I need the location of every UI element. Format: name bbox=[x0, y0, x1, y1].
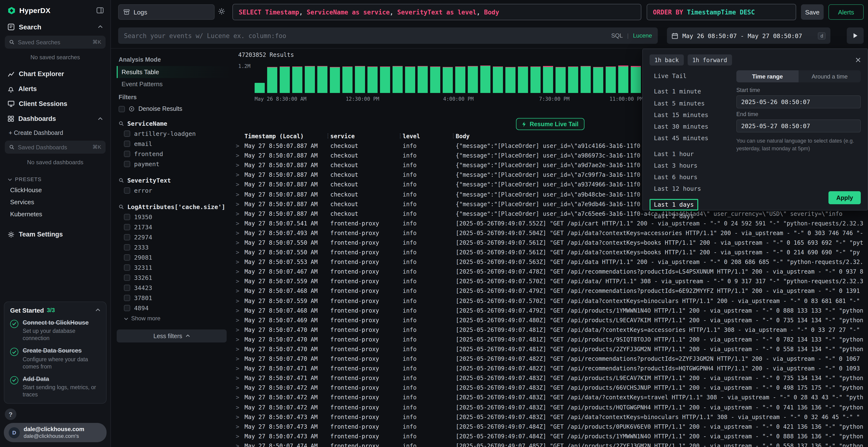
log-table-row[interactable]: >May 27 8:50:07.553 AMfrontend-proxyinfo… bbox=[232, 257, 868, 267]
checkbox[interactable] bbox=[124, 151, 130, 157]
expand-row-chevron[interactable]: > bbox=[236, 443, 245, 447]
expand-row-chevron[interactable]: > bbox=[236, 414, 245, 420]
checkbox[interactable] bbox=[124, 254, 130, 261]
filter-checkbox-item[interactable]: 34423 bbox=[111, 283, 232, 293]
histogram-bar[interactable] bbox=[305, 66, 315, 93]
time-option[interactable]: Live Tail bbox=[650, 70, 691, 82]
saved-dashboards-input[interactable]: Saved Dashboards ⌘K bbox=[5, 141, 105, 153]
log-table-row[interactable]: >May 27 8:50:07.470 AMfrontend-proxyinfo… bbox=[232, 354, 868, 364]
source-settings-gear-icon[interactable] bbox=[218, 8, 225, 15]
create-dashboard-button[interactable]: + Create Dashboard bbox=[0, 126, 111, 141]
time-option[interactable]: Last 12 hours bbox=[650, 183, 706, 195]
log-table-row[interactable]: >May 27 8:50:07.474 AMfrontend-proxyinfo… bbox=[232, 441, 868, 447]
histogram-bar[interactable] bbox=[405, 66, 415, 93]
close-icon[interactable] bbox=[856, 57, 861, 63]
expand-row-chevron[interactable]: > bbox=[236, 201, 245, 207]
histogram-bar[interactable] bbox=[505, 67, 516, 93]
expand-row-chevron[interactable]: > bbox=[236, 152, 245, 159]
log-table-row[interactable]: >May 27 8:50:07.468 AMfrontend-proxyinfo… bbox=[232, 286, 868, 296]
expand-row-chevron[interactable]: > bbox=[236, 298, 245, 304]
mode-results-table[interactable]: Results Table bbox=[117, 66, 232, 78]
log-table-row[interactable]: >May 27 8:50:07.472 AMfrontend-proxyinfo… bbox=[232, 383, 868, 393]
histogram-bar[interactable] bbox=[556, 67, 566, 93]
run-query-button[interactable] bbox=[847, 28, 864, 44]
apply-button[interactable]: Apply bbox=[829, 191, 861, 204]
lucene-mode-toggle[interactable]: Lucene bbox=[633, 32, 652, 39]
expand-row-chevron[interactable]: > bbox=[236, 172, 245, 178]
expand-row-chevron[interactable]: > bbox=[236, 365, 245, 372]
shift-1h-forward-button[interactable]: 1h forward bbox=[687, 55, 732, 66]
time-option[interactable]: Last 5 minutes bbox=[650, 98, 709, 109]
log-table-row[interactable]: >May 27 8:50:07.471 AMfrontend-proxyinfo… bbox=[232, 364, 868, 373]
expand-row-chevron[interactable]: > bbox=[236, 259, 245, 265]
expand-row-chevron[interactable]: > bbox=[236, 404, 245, 411]
histogram-bar[interactable] bbox=[267, 67, 277, 93]
checkbox[interactable] bbox=[124, 234, 130, 240]
preset-item-clickhouse[interactable]: ClickHouse bbox=[0, 184, 111, 196]
log-table-row[interactable]: >May 27 8:50:07.550 AMfrontend-proxyinfo… bbox=[232, 248, 868, 257]
expand-row-chevron[interactable]: > bbox=[236, 220, 245, 227]
expand-row-chevron[interactable]: > bbox=[236, 433, 245, 440]
histogram-bar[interactable] bbox=[417, 66, 428, 93]
header-timestamp[interactable]: Timestamp (Local) bbox=[245, 133, 330, 140]
histogram-bar[interactable] bbox=[280, 66, 290, 93]
alerts-button[interactable]: Alerts bbox=[829, 4, 864, 20]
show-more-button[interactable]: Show more bbox=[111, 313, 232, 323]
mode-event-patterns[interactable]: Event Patterns bbox=[117, 78, 232, 90]
time-option[interactable]: Last 1 minute bbox=[650, 86, 706, 98]
source-select[interactable]: Logs bbox=[118, 4, 215, 20]
histogram-bar[interactable] bbox=[380, 67, 390, 93]
histogram-bar[interactable] bbox=[355, 66, 365, 93]
time-option[interactable]: Last 15 minutes bbox=[650, 109, 713, 121]
filter-checkbox-item[interactable]: artillery-loadgen bbox=[111, 129, 232, 139]
start-time-input[interactable]: 2025-05-26 08:50:07 bbox=[736, 95, 861, 108]
save-button[interactable]: Save bbox=[801, 4, 824, 20]
log-table-row[interactable]: >May 27 8:50:07.472 AMfrontend-proxyinfo… bbox=[232, 403, 868, 412]
time-option[interactable]: Last 30 minutes bbox=[650, 121, 713, 133]
filter-checkbox-item[interactable]: 21734 bbox=[111, 222, 232, 232]
histogram-bar[interactable] bbox=[530, 67, 540, 93]
sidebar-item-alerts[interactable]: Alerts bbox=[0, 81, 111, 96]
expand-row-chevron[interactable]: > bbox=[236, 355, 245, 362]
filter-checkbox-item[interactable]: 32311 bbox=[111, 263, 232, 273]
expand-row-chevron[interactable]: > bbox=[236, 269, 245, 275]
expand-row-chevron[interactable]: > bbox=[236, 143, 245, 149]
expand-row-chevron[interactable]: > bbox=[236, 210, 245, 217]
histogram-bar[interactable] bbox=[618, 66, 628, 93]
histogram-bar[interactable] bbox=[468, 66, 478, 93]
expand-row-chevron[interactable]: > bbox=[236, 346, 245, 353]
histogram-bar[interactable] bbox=[581, 66, 591, 93]
histogram-bar[interactable] bbox=[292, 67, 302, 93]
log-table-row[interactable]: >May 27 8:50:07.470 AMfrontend-proxyinfo… bbox=[232, 344, 868, 354]
sidebar-item-search[interactable]: Search bbox=[0, 20, 111, 36]
filter-checkbox-item[interactable]: 29081 bbox=[111, 252, 232, 263]
checkbox[interactable] bbox=[124, 131, 130, 137]
log-table-row[interactable]: >May 27 8:50:07.469 AMfrontend-proxyinfo… bbox=[232, 315, 868, 325]
log-table-row[interactable]: >May 27 8:50:07.559 AMfrontend-proxyinfo… bbox=[232, 296, 868, 306]
end-time-input[interactable]: 2025-05-27 08:50:07 bbox=[736, 119, 861, 133]
sidebar-item-dashboards[interactable]: Dashboards bbox=[0, 111, 111, 126]
expand-row-chevron[interactable]: > bbox=[236, 239, 245, 246]
get-started-step[interactable]: Add Data Start sending logs, metrics, or… bbox=[10, 375, 100, 398]
user-menu[interactable]: D dale@clickhouse.com dale@clickhouse.co… bbox=[4, 423, 106, 442]
checkbox[interactable] bbox=[124, 305, 130, 311]
sql-mode-toggle[interactable]: SQL bbox=[611, 32, 623, 39]
get-started-header[interactable]: Get Started 3/3 bbox=[10, 307, 100, 314]
log-table-row[interactable]: >May 27 8:50:07.470 AMfrontend-proxyinfo… bbox=[232, 335, 868, 344]
checkbox[interactable] bbox=[124, 187, 130, 194]
histogram-bar[interactable] bbox=[342, 66, 352, 93]
log-table-row[interactable]: >May 27 8:50:07.473 AMfrontend-proxyinfo… bbox=[232, 432, 868, 441]
log-table-row[interactable]: >May 27 8:50:07.559 AMfrontend-proxyinfo… bbox=[232, 277, 868, 286]
histogram-bar[interactable] bbox=[593, 67, 603, 93]
histogram-bar[interactable] bbox=[480, 65, 490, 93]
get-started-step[interactable]: Create Data Sources Configure where your… bbox=[10, 347, 100, 370]
filter-checkbox-item[interactable]: 19350 bbox=[111, 212, 232, 222]
checkbox[interactable] bbox=[124, 141, 130, 147]
histogram-bar[interactable] bbox=[368, 66, 378, 93]
time-option[interactable]: Last 2 days bbox=[650, 210, 698, 222]
time-option[interactable]: Last 1 days bbox=[650, 199, 698, 210]
select-clause-editor[interactable]: SELECT Timestamp, ServiceName as service… bbox=[232, 4, 641, 20]
expand-row-chevron[interactable]: > bbox=[236, 249, 245, 256]
tab-around-a-time[interactable]: Around a time bbox=[799, 70, 861, 82]
histogram-bar[interactable] bbox=[631, 66, 641, 93]
